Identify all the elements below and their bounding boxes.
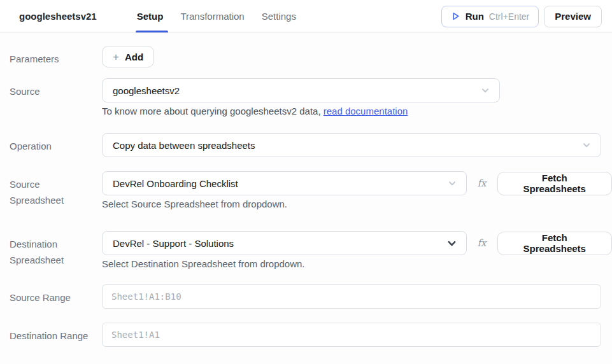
fx-toggle[interactable]: fx xyxy=(478,178,487,189)
read-documentation-link[interactable]: read documentation xyxy=(324,106,408,116)
destination-spreadsheet-label: Destination Spreadsheet xyxy=(0,231,102,269)
run-button[interactable]: Run Ctrl+Enter xyxy=(441,6,539,27)
operation-label: Operation xyxy=(0,133,102,157)
destination-spreadsheet-select-value: DevRel - Support - Solutions xyxy=(113,238,234,249)
play-icon xyxy=(451,11,460,21)
destination-spreadsheet-row: Destination Spreadsheet DevRel - Support… xyxy=(0,231,612,269)
source-select-value: googlesheetsv2 xyxy=(113,85,180,96)
fetch-destination-spreadsheets-button[interactable]: Fetch Spreadsheets xyxy=(497,232,612,255)
preview-button[interactable]: Preview xyxy=(544,6,602,27)
parameters-row: Parameters + Add xyxy=(0,46,612,67)
tab-setup[interactable]: Setup xyxy=(137,0,164,32)
operation-row: Operation Copy data between spreadsheets xyxy=(0,133,612,157)
plus-icon: + xyxy=(113,52,119,62)
destination-range-label: Destination Range xyxy=(0,323,102,347)
tab-settings-label: Settings xyxy=(262,11,296,22)
run-shortcut-label: Ctrl+Enter xyxy=(489,11,529,22)
operation-select-value: Copy data between spreadsheets xyxy=(113,140,255,151)
source-helper-text: To know more about querying googlesheets… xyxy=(102,106,612,116)
source-row: Source googlesheetsv2 To know more about… xyxy=(0,78,612,116)
tab-bar: Setup Transformation Settings xyxy=(137,0,296,32)
add-parameter-label: Add xyxy=(125,52,143,62)
source-spreadsheet-helper: Select Source Spreadsheet from dropdown. xyxy=(102,199,612,209)
chevron-down-icon xyxy=(447,178,457,188)
destination-spreadsheet-helper: Select Destination Spreadsheet from drop… xyxy=(102,258,612,269)
source-spreadsheet-label: Source Spreadsheet xyxy=(0,171,102,209)
source-range-label: Source Range xyxy=(0,284,102,309)
chevron-down-icon xyxy=(480,85,490,95)
tab-transformation[interactable]: Transformation xyxy=(180,0,244,32)
run-button-label: Run xyxy=(466,11,484,22)
chevron-down-icon xyxy=(446,238,457,249)
source-spreadsheet-select[interactable]: DevRel Onboarding Checklist xyxy=(102,171,467,195)
source-select[interactable]: googlesheetsv2 xyxy=(102,78,500,102)
operation-select[interactable]: Copy data between spreadsheets xyxy=(102,133,601,157)
tab-settings[interactable]: Settings xyxy=(262,0,296,32)
query-editor-header: googlesheetsv21 Setup Transformation Set… xyxy=(0,0,612,33)
destination-range-row: Destination Range xyxy=(0,323,612,347)
parameters-label: Parameters xyxy=(0,46,102,67)
source-spreadsheet-select-value: DevRel Onboarding Checklist xyxy=(113,178,238,189)
tab-setup-label: Setup xyxy=(137,11,164,22)
source-range-row: Source Range xyxy=(0,284,612,309)
source-helper-prefix: To know more about querying googlesheets… xyxy=(102,106,324,116)
destination-range-input[interactable] xyxy=(102,323,601,347)
fx-toggle[interactable]: fx xyxy=(478,237,487,249)
add-parameter-button[interactable]: + Add xyxy=(102,46,154,67)
source-range-input[interactable] xyxy=(102,284,601,309)
tab-transformation-label: Transformation xyxy=(180,11,244,22)
fetch-source-spreadsheets-button[interactable]: Fetch Spreadsheets xyxy=(497,172,612,195)
query-title: googlesheetsv21 xyxy=(19,11,97,22)
source-label: Source xyxy=(0,78,102,116)
destination-spreadsheet-select[interactable]: DevRel - Support - Solutions xyxy=(102,231,467,255)
chevron-down-icon xyxy=(581,140,592,150)
query-setup-form: Parameters + Add Source googlesheetsv2 T… xyxy=(0,33,612,347)
source-spreadsheet-row: Source Spreadsheet DevRel Onboarding Che… xyxy=(0,171,612,209)
